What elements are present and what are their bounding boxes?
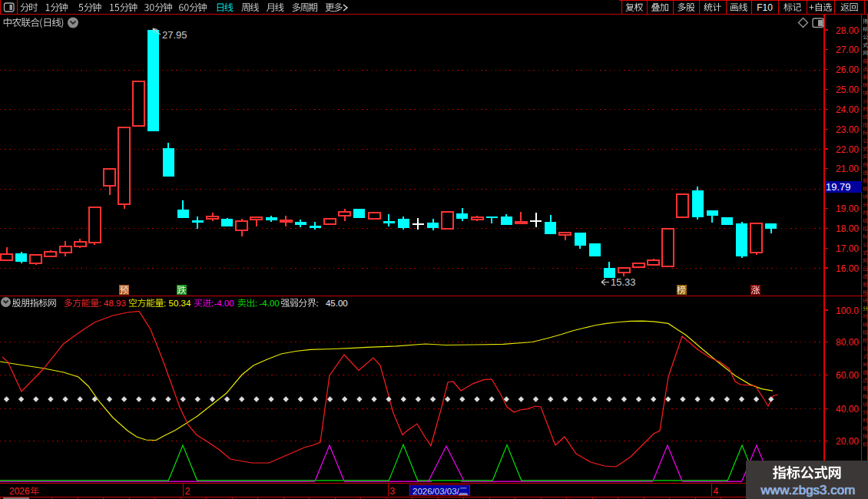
svg-text:17.00: 17.00	[836, 243, 859, 254]
svg-text:50.34: 50.34	[169, 299, 191, 308]
svg-text:4: 4	[714, 486, 719, 497]
svg-text:60.00: 60.00	[836, 370, 859, 381]
svg-text:28.00: 28.00	[836, 25, 859, 36]
svg-text:45.00: 45.00	[326, 299, 348, 308]
svg-text:15.33: 15.33	[611, 276, 636, 288]
svg-text:48.93: 48.93	[104, 299, 126, 308]
svg-text:19.00: 19.00	[836, 203, 859, 214]
svg-text:2026: 2026	[9, 486, 30, 497]
svg-text:25.00: 25.00	[836, 84, 859, 95]
svg-text:3: 3	[390, 486, 396, 497]
svg-text:-4.00: -4.00	[214, 299, 234, 308]
svg-text:24.00: 24.00	[836, 104, 859, 115]
svg-text:16.00: 16.00	[836, 263, 859, 274]
svg-text:27.00: 27.00	[836, 45, 859, 55]
svg-text:26.00: 26.00	[836, 64, 859, 75]
svg-text:80.00: 80.00	[836, 337, 859, 348]
svg-text:www.zbgs3.com: www.zbgs3.com	[760, 483, 856, 497]
svg-text:F10: F10	[757, 2, 773, 13]
svg-text:-4.00: -4.00	[260, 299, 280, 308]
svg-text:20.00: 20.00	[836, 436, 859, 447]
svg-text:21.00: 21.00	[836, 164, 859, 174]
svg-text:19.79: 19.79	[826, 181, 851, 193]
svg-text:22.00: 22.00	[836, 144, 859, 155]
svg-text:2: 2	[185, 486, 190, 497]
svg-text:18.00: 18.00	[836, 223, 859, 234]
svg-text:40.00: 40.00	[836, 404, 859, 415]
svg-text:100.0: 100.0	[836, 306, 859, 316]
svg-text:23.00: 23.00	[836, 124, 859, 135]
svg-text:27.95: 27.95	[162, 29, 187, 41]
svg-text:2026/03/03/: 2026/03/03/	[412, 487, 460, 496]
